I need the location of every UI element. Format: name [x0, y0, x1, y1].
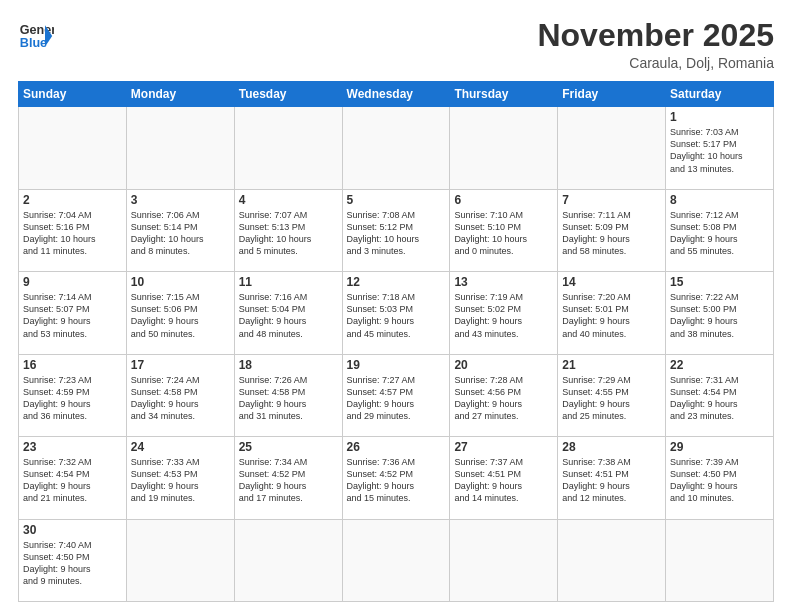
location: Caraula, Dolj, Romania: [537, 55, 774, 71]
weekday-header-wednesday: Wednesday: [342, 82, 450, 107]
day-cell: 29Sunrise: 7:39 AM Sunset: 4:50 PM Dayli…: [666, 437, 774, 519]
day-cell: 28Sunrise: 7:38 AM Sunset: 4:51 PM Dayli…: [558, 437, 666, 519]
day-cell: [450, 519, 558, 601]
day-info: Sunrise: 7:07 AM Sunset: 5:13 PM Dayligh…: [239, 209, 338, 258]
weekday-header-monday: Monday: [126, 82, 234, 107]
day-info: Sunrise: 7:29 AM Sunset: 4:55 PM Dayligh…: [562, 374, 661, 423]
day-number: 3: [131, 193, 230, 207]
day-number: 23: [23, 440, 122, 454]
day-info: Sunrise: 7:16 AM Sunset: 5:04 PM Dayligh…: [239, 291, 338, 340]
day-number: 7: [562, 193, 661, 207]
day-cell: 6Sunrise: 7:10 AM Sunset: 5:10 PM Daylig…: [450, 189, 558, 271]
day-number: 2: [23, 193, 122, 207]
day-number: 14: [562, 275, 661, 289]
day-cell: 9Sunrise: 7:14 AM Sunset: 5:07 PM Daylig…: [19, 272, 127, 354]
day-number: 6: [454, 193, 553, 207]
day-info: Sunrise: 7:40 AM Sunset: 4:50 PM Dayligh…: [23, 539, 122, 588]
day-info: Sunrise: 7:38 AM Sunset: 4:51 PM Dayligh…: [562, 456, 661, 505]
day-number: 5: [347, 193, 446, 207]
day-info: Sunrise: 7:31 AM Sunset: 4:54 PM Dayligh…: [670, 374, 769, 423]
week-row-4: 23Sunrise: 7:32 AM Sunset: 4:54 PM Dayli…: [19, 437, 774, 519]
day-cell: 19Sunrise: 7:27 AM Sunset: 4:57 PM Dayli…: [342, 354, 450, 436]
day-cell: [666, 519, 774, 601]
weekday-header-tuesday: Tuesday: [234, 82, 342, 107]
day-cell: [126, 519, 234, 601]
day-number: 27: [454, 440, 553, 454]
day-cell: [342, 107, 450, 189]
day-cell: 15Sunrise: 7:22 AM Sunset: 5:00 PM Dayli…: [666, 272, 774, 354]
logo: General Blue: [18, 18, 54, 54]
day-info: Sunrise: 7:23 AM Sunset: 4:59 PM Dayligh…: [23, 374, 122, 423]
day-number: 11: [239, 275, 338, 289]
day-number: 25: [239, 440, 338, 454]
logo-icon: General Blue: [18, 18, 54, 54]
day-number: 10: [131, 275, 230, 289]
day-cell: 2Sunrise: 7:04 AM Sunset: 5:16 PM Daylig…: [19, 189, 127, 271]
day-info: Sunrise: 7:36 AM Sunset: 4:52 PM Dayligh…: [347, 456, 446, 505]
day-number: 22: [670, 358, 769, 372]
day-cell: 14Sunrise: 7:20 AM Sunset: 5:01 PM Dayli…: [558, 272, 666, 354]
day-number: 29: [670, 440, 769, 454]
day-info: Sunrise: 7:11 AM Sunset: 5:09 PM Dayligh…: [562, 209, 661, 258]
day-info: Sunrise: 7:12 AM Sunset: 5:08 PM Dayligh…: [670, 209, 769, 258]
weekday-header-friday: Friday: [558, 82, 666, 107]
day-number: 18: [239, 358, 338, 372]
day-cell: [450, 107, 558, 189]
day-cell: 16Sunrise: 7:23 AM Sunset: 4:59 PM Dayli…: [19, 354, 127, 436]
day-cell: [342, 519, 450, 601]
day-info: Sunrise: 7:15 AM Sunset: 5:06 PM Dayligh…: [131, 291, 230, 340]
title-block: November 2025 Caraula, Dolj, Romania: [537, 18, 774, 71]
day-cell: 22Sunrise: 7:31 AM Sunset: 4:54 PM Dayli…: [666, 354, 774, 436]
day-info: Sunrise: 7:03 AM Sunset: 5:17 PM Dayligh…: [670, 126, 769, 175]
day-info: Sunrise: 7:34 AM Sunset: 4:52 PM Dayligh…: [239, 456, 338, 505]
day-number: 30: [23, 523, 122, 537]
day-info: Sunrise: 7:06 AM Sunset: 5:14 PM Dayligh…: [131, 209, 230, 258]
weekday-header-thursday: Thursday: [450, 82, 558, 107]
day-info: Sunrise: 7:10 AM Sunset: 5:10 PM Dayligh…: [454, 209, 553, 258]
day-number: 13: [454, 275, 553, 289]
day-cell: 21Sunrise: 7:29 AM Sunset: 4:55 PM Dayli…: [558, 354, 666, 436]
day-info: Sunrise: 7:20 AM Sunset: 5:01 PM Dayligh…: [562, 291, 661, 340]
day-cell: 25Sunrise: 7:34 AM Sunset: 4:52 PM Dayli…: [234, 437, 342, 519]
day-cell: [558, 519, 666, 601]
day-number: 17: [131, 358, 230, 372]
weekday-header-row: SundayMondayTuesdayWednesdayThursdayFrid…: [19, 82, 774, 107]
weekday-header-saturday: Saturday: [666, 82, 774, 107]
day-info: Sunrise: 7:14 AM Sunset: 5:07 PM Dayligh…: [23, 291, 122, 340]
weekday-header-sunday: Sunday: [19, 82, 127, 107]
day-number: 9: [23, 275, 122, 289]
day-number: 20: [454, 358, 553, 372]
calendar: SundayMondayTuesdayWednesdayThursdayFrid…: [18, 81, 774, 602]
day-info: Sunrise: 7:32 AM Sunset: 4:54 PM Dayligh…: [23, 456, 122, 505]
month-title: November 2025: [537, 18, 774, 53]
day-number: 28: [562, 440, 661, 454]
day-cell: 17Sunrise: 7:24 AM Sunset: 4:58 PM Dayli…: [126, 354, 234, 436]
day-info: Sunrise: 7:24 AM Sunset: 4:58 PM Dayligh…: [131, 374, 230, 423]
day-info: Sunrise: 7:27 AM Sunset: 4:57 PM Dayligh…: [347, 374, 446, 423]
day-number: 8: [670, 193, 769, 207]
day-cell: 30Sunrise: 7:40 AM Sunset: 4:50 PM Dayli…: [19, 519, 127, 601]
day-cell: 23Sunrise: 7:32 AM Sunset: 4:54 PM Dayli…: [19, 437, 127, 519]
day-number: 4: [239, 193, 338, 207]
day-cell: 26Sunrise: 7:36 AM Sunset: 4:52 PM Dayli…: [342, 437, 450, 519]
day-info: Sunrise: 7:22 AM Sunset: 5:00 PM Dayligh…: [670, 291, 769, 340]
week-row-3: 16Sunrise: 7:23 AM Sunset: 4:59 PM Dayli…: [19, 354, 774, 436]
day-info: Sunrise: 7:28 AM Sunset: 4:56 PM Dayligh…: [454, 374, 553, 423]
day-cell: 18Sunrise: 7:26 AM Sunset: 4:58 PM Dayli…: [234, 354, 342, 436]
day-info: Sunrise: 7:39 AM Sunset: 4:50 PM Dayligh…: [670, 456, 769, 505]
week-row-0: 1Sunrise: 7:03 AM Sunset: 5:17 PM Daylig…: [19, 107, 774, 189]
day-cell: [234, 107, 342, 189]
day-cell: 13Sunrise: 7:19 AM Sunset: 5:02 PM Dayli…: [450, 272, 558, 354]
page: General Blue November 2025 Caraula, Dolj…: [0, 0, 792, 612]
day-number: 15: [670, 275, 769, 289]
day-cell: 8Sunrise: 7:12 AM Sunset: 5:08 PM Daylig…: [666, 189, 774, 271]
day-number: 24: [131, 440, 230, 454]
week-row-1: 2Sunrise: 7:04 AM Sunset: 5:16 PM Daylig…: [19, 189, 774, 271]
day-cell: 20Sunrise: 7:28 AM Sunset: 4:56 PM Dayli…: [450, 354, 558, 436]
day-cell: 7Sunrise: 7:11 AM Sunset: 5:09 PM Daylig…: [558, 189, 666, 271]
day-cell: 4Sunrise: 7:07 AM Sunset: 5:13 PM Daylig…: [234, 189, 342, 271]
day-info: Sunrise: 7:18 AM Sunset: 5:03 PM Dayligh…: [347, 291, 446, 340]
day-cell: [19, 107, 127, 189]
day-info: Sunrise: 7:33 AM Sunset: 4:53 PM Dayligh…: [131, 456, 230, 505]
day-info: Sunrise: 7:04 AM Sunset: 5:16 PM Dayligh…: [23, 209, 122, 258]
